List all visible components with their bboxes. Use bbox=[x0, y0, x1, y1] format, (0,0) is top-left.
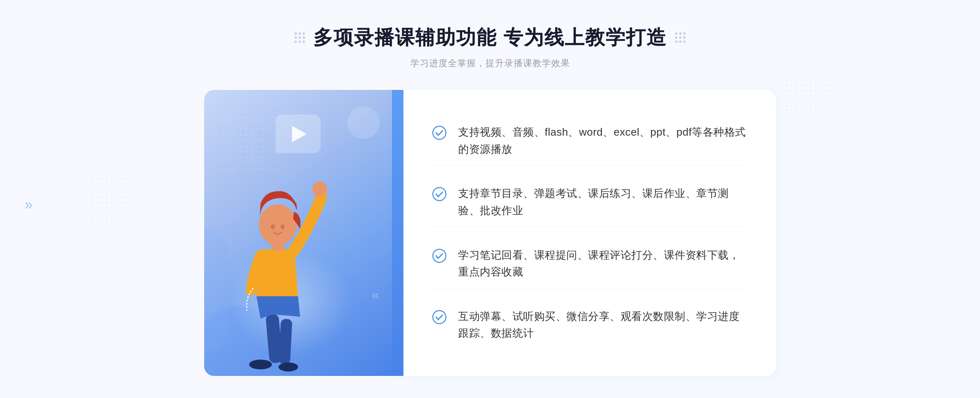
feature-text-4: 互动弹幕、试听购买、微信分享、观看次数限制、学习进度跟踪、数据统计 bbox=[458, 308, 747, 342]
deco-circle-sm bbox=[347, 106, 380, 139]
svg-rect-1 bbox=[278, 319, 292, 364]
svg-point-6 bbox=[259, 204, 296, 245]
page-container: » 多项录播课辅助功能 专为线上教学打造 学习进度全掌握，提升录播课教学效果 bbox=[0, 0, 980, 398]
check-icon-4 bbox=[432, 310, 447, 324]
play-triangle-icon bbox=[292, 126, 307, 142]
feature-text-1: 支持视频、音频、flash、word、excel、ppt、pdf等各种格式的资源… bbox=[458, 124, 747, 158]
feature-text-2: 支持章节目录、弹题考试、课后练习、课后作业、章节测验、批改作业 bbox=[458, 185, 747, 219]
svg-point-11 bbox=[433, 249, 446, 262]
main-title: 多项录播课辅助功能 专为线上教学打造 bbox=[313, 25, 666, 51]
features-panel: 支持视频、音频、flash、word、excel、ppt、pdf等各种格式的资源… bbox=[403, 90, 776, 376]
chevron-arrows-illus: « bbox=[372, 287, 376, 302]
feature-item-1: 支持视频、音频、flash、word、excel、ppt、pdf等各种格式的资源… bbox=[432, 116, 747, 165]
title-dot-grid-left bbox=[294, 32, 305, 43]
svg-point-7 bbox=[271, 224, 275, 229]
content-area: « bbox=[204, 90, 776, 376]
page-subtitle: 学习进度全掌握，提升录播课教学效果 bbox=[410, 57, 570, 69]
check-icon-3 bbox=[432, 248, 447, 263]
svg-point-3 bbox=[278, 362, 298, 371]
svg-point-9 bbox=[433, 126, 446, 139]
illustration-card: « bbox=[204, 90, 392, 376]
feature-item-4: 互动弹幕、试听购买、微信分享、观看次数限制、学习进度跟踪、数据统计 bbox=[432, 301, 747, 349]
svg-point-8 bbox=[281, 224, 285, 229]
feature-item-3: 学习笔记回看、课程提问、课程评论打分、课件资料下载，重点内容收藏 bbox=[432, 239, 747, 288]
person-illustration bbox=[212, 143, 351, 376]
accent-bar bbox=[392, 90, 403, 376]
dot-grid-decoration-right bbox=[784, 74, 833, 123]
chevron-decoration: » bbox=[24, 196, 33, 213]
title-dot-grid-right bbox=[675, 32, 686, 43]
feature-item-2: 支持章节目录、弹题考试、课后练习、课后作业、章节测验、批改作业 bbox=[432, 178, 747, 227]
svg-point-2 bbox=[249, 360, 272, 369]
check-icon-1 bbox=[432, 125, 447, 140]
svg-point-12 bbox=[433, 311, 446, 324]
dot-grid-decoration-left bbox=[90, 176, 139, 225]
check-icon-2 bbox=[432, 187, 447, 201]
svg-point-10 bbox=[433, 188, 446, 201]
feature-text-3: 学习笔记回看、课程提问、课程评论打分、课件资料下载，重点内容收藏 bbox=[458, 247, 747, 281]
title-section: 多项录播课辅助功能 专为线上教学打造 bbox=[294, 25, 685, 51]
svg-point-4 bbox=[312, 181, 327, 196]
